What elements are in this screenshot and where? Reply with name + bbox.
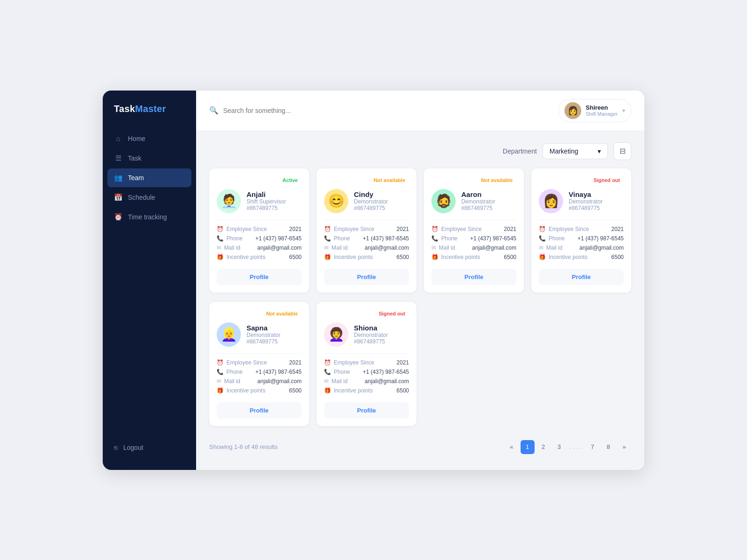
card-details: ⏰ Employee Since 2021 📞 Phone +1 (437) 9… <box>324 353 409 394</box>
emp-role: Shift Supervisor <box>247 198 286 205</box>
phone-icon: 📞 <box>217 369 224 375</box>
emp-info: Cindy Demonstrator #867489775 <box>354 190 388 211</box>
sidebar-nav: ⌂ Home ☰ Task 👥 Team 📅 Schedule ⏰ Time t… <box>103 129 196 434</box>
value-phone: +1 (437) 987-6545 <box>363 235 409 242</box>
profile-button[interactable]: Profile <box>324 269 409 285</box>
card-identity: 😊 Cindy Demonstrator #867489775 <box>324 189 409 213</box>
page-7[interactable]: 7 <box>585 440 599 454</box>
profile-button[interactable]: Profile <box>217 269 302 285</box>
filter-button[interactable]: ⊟ <box>613 142 631 160</box>
nav-label-time-tracking: Time tracking <box>128 213 167 221</box>
mail-icon: ✉ <box>217 378 221 385</box>
card-header: Active <box>217 176 302 184</box>
status-badge: Not available <box>477 176 516 184</box>
profile-button[interactable]: Profile <box>431 269 516 285</box>
gift-icon: 🎁 <box>324 387 331 394</box>
logout-button[interactable]: ⎋ Logout <box>114 444 185 451</box>
label-mail: Mail id <box>331 245 348 251</box>
detail-row-since: ⏰ Employee Since 2021 <box>217 226 302 232</box>
label-mail: Mail id <box>546 245 563 251</box>
department-select[interactable]: Marketing ▾ <box>543 143 608 159</box>
profile-button[interactable]: Profile <box>539 269 624 285</box>
emp-info: Shiona Demonstrator #867489775 <box>354 324 388 345</box>
sidebar-item-schedule[interactable]: 📅 Schedule <box>103 188 196 207</box>
card-header: Not available <box>217 309 302 318</box>
emp-name: Anjali <box>247 190 286 198</box>
time-tracking-icon: ⏰ <box>114 213 122 221</box>
label-phone: Phone <box>226 235 243 242</box>
status-badge: Active <box>279 176 302 184</box>
clock-icon: ⏰ <box>217 226 224 232</box>
gift-icon: 🎁 <box>431 254 438 260</box>
emp-id: #867489775 <box>354 338 388 345</box>
card-details: ⏰ Employee Since 2021 📞 Phone +1 (437) 9… <box>431 220 516 260</box>
value-since: 2021 <box>396 226 409 232</box>
page-3[interactable]: 3 <box>552 440 566 454</box>
avatar: 👩 <box>564 102 581 119</box>
label-incentive: Incentive points <box>226 254 265 260</box>
status-badge: Signed out <box>375 309 409 318</box>
emp-role: Demonstrator <box>247 332 281 338</box>
label-since: Employee Since <box>549 226 589 232</box>
card-details: ⏰ Employee Since 2021 📞 Phone +1 (437) 9… <box>324 220 409 260</box>
value-phone: +1 (437) 987-6545 <box>363 369 409 375</box>
sidebar-item-home[interactable]: ⌂ Home <box>103 129 196 148</box>
label-phone: Phone <box>334 235 350 242</box>
page-prev[interactable]: « <box>505 440 519 454</box>
status-badge: Signed out <box>590 176 624 184</box>
label-since: Employee Since <box>441 226 482 232</box>
avatar: 😊 <box>324 189 348 213</box>
clock-icon: ⏰ <box>217 359 224 366</box>
phone-icon: 📞 <box>217 235 224 242</box>
page-8[interactable]: 8 <box>601 440 615 454</box>
label-phone: Phone <box>334 369 350 375</box>
page-next[interactable]: » <box>617 440 631 454</box>
value-since: 2021 <box>289 226 302 232</box>
emp-name: Vinaya <box>569 190 603 198</box>
detail-row-since: ⏰ Employee Since 2021 <box>324 359 409 366</box>
detail-row-phone: 📞 Phone +1 (437) 987-6545 <box>324 369 409 375</box>
page-2[interactable]: 2 <box>536 440 550 454</box>
detail-row-mail: ✉ Mail id anjali@gmail.com <box>431 245 516 251</box>
gift-icon: 🎁 <box>217 254 224 260</box>
user-info: Shireen Shift Manager <box>586 104 618 117</box>
label-mail: Mail id <box>224 245 240 251</box>
card-identity: 👩‍🦱 Shiona Demonstrator #867489775 <box>324 322 409 347</box>
sidebar-bottom: ⎋ Logout <box>103 434 196 461</box>
sidebar-item-team[interactable]: 👥 Team <box>107 168 191 187</box>
profile-button[interactable]: Profile <box>217 402 302 419</box>
value-phone: +1 (437) 987-6545 <box>578 235 624 242</box>
card-header: Signed out <box>324 309 409 318</box>
value-mail: anjali@gmail.com <box>365 245 409 251</box>
gift-icon: 🎁 <box>539 254 546 260</box>
avatar: 👱‍♀️ <box>217 322 241 347</box>
pagination-bar: Showing 1-8 of 48 results «123. . . .78» <box>209 435 631 459</box>
logout-icon: ⎋ <box>114 444 118 451</box>
value-since: 2021 <box>396 359 409 366</box>
avatar: 🧑‍💼 <box>217 189 241 213</box>
user-badge[interactable]: 👩 Shireen Shift Manager ▾ <box>558 99 631 122</box>
sidebar-item-time-tracking[interactable]: ⏰ Time tracking <box>103 208 196 226</box>
value-since: 2021 <box>289 359 302 366</box>
detail-row-phone: 📞 Phone +1 (437) 987-6545 <box>217 369 302 375</box>
avatar: 👩 <box>539 189 563 213</box>
status-badge: Not available <box>370 176 409 184</box>
value-incentive: 6500 <box>289 387 302 394</box>
label-incentive: Incentive points <box>226 387 265 394</box>
employee-card: Not available 🧔 Aaron Demonstrator #8674… <box>424 168 524 293</box>
schedule-icon: 📅 <box>114 193 122 202</box>
phone-icon: 📞 <box>324 235 331 242</box>
profile-button[interactable]: Profile <box>324 402 409 419</box>
detail-row-phone: 📞 Phone +1 (437) 987-6545 <box>324 235 409 242</box>
detail-row-phone: 📞 Phone +1 (437) 987-6545 <box>217 235 302 242</box>
logout-label: Logout <box>123 444 143 451</box>
clock-icon: ⏰ <box>539 226 546 232</box>
card-identity: 🧔 Aaron Demonstrator #867489775 <box>431 189 516 213</box>
label-phone: Phone <box>549 235 565 242</box>
page-1[interactable]: 1 <box>521 440 535 454</box>
search-input[interactable] <box>223 107 551 114</box>
page-dots: . . . . <box>568 443 584 450</box>
empty-slot <box>424 302 524 426</box>
card-identity: 👩 Vinaya Demonstrator #867489775 <box>539 189 624 213</box>
sidebar-item-task[interactable]: ☰ Task <box>103 149 196 168</box>
